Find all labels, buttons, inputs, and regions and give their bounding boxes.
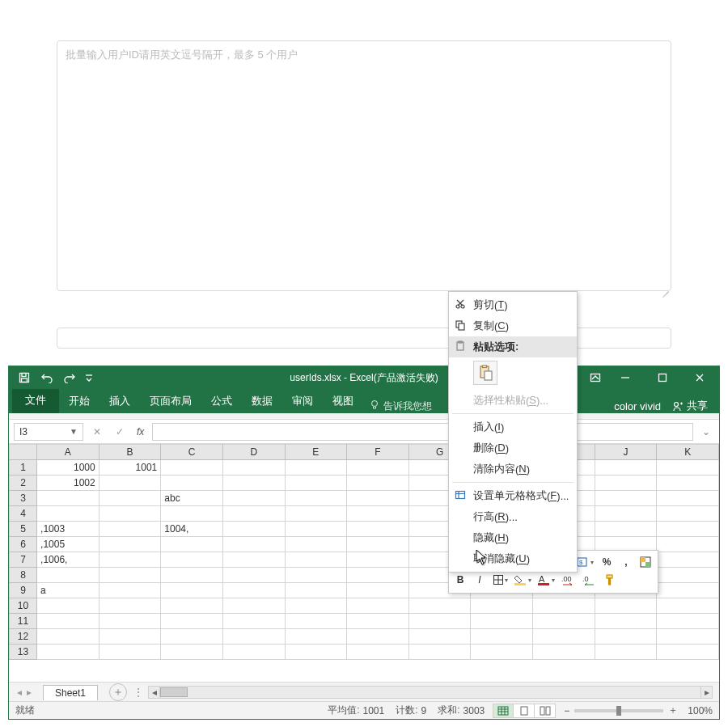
cell-J5[interactable] [595, 522, 657, 537]
cell-E6[interactable] [285, 537, 347, 552]
expand-formula-bar-button[interactable]: ⌄ [698, 426, 714, 437]
tab-insert[interactable]: 插入 [99, 388, 140, 413]
sheet-tab-sheet1[interactable]: Sheet1 [43, 685, 98, 700]
cell-E3[interactable] [285, 491, 347, 506]
select-all-corner[interactable] [10, 445, 37, 460]
cell-D12[interactable] [222, 629, 285, 645]
row-header-3[interactable]: 3 [10, 491, 37, 506]
row-header-2[interactable]: 2 [10, 476, 37, 491]
col-header-J[interactable]: J [595, 445, 657, 460]
row-header-10[interactable]: 10 [10, 598, 37, 614]
cell-E9[interactable] [285, 583, 347, 598]
share-button[interactable]: 共享 [672, 399, 708, 413]
cell-A6[interactable]: ,1005 [37, 537, 99, 552]
col-header-B[interactable]: B [99, 445, 161, 460]
cell-J2[interactable] [595, 476, 657, 491]
row-header-7[interactable]: 7 [10, 552, 37, 568]
ctx-format-cells[interactable]: 设置单元格格式(F)... [449, 485, 577, 506]
zoom-percent[interactable]: 100% [688, 705, 713, 716]
row-header-11[interactable]: 11 [10, 614, 37, 629]
cell-K3[interactable] [657, 491, 719, 506]
mini-decrease-decimal[interactable]: .00 [560, 572, 578, 588]
cell-F8[interactable] [347, 568, 409, 583]
cell-A5[interactable]: ,1003 [37, 522, 99, 537]
enter-formula-button[interactable]: ✓ [111, 423, 129, 441]
ctx-cut[interactable]: 剪切(T) [449, 294, 577, 315]
cell-D9[interactable] [222, 583, 285, 598]
cell-H13[interactable] [471, 645, 533, 660]
undo-button[interactable] [38, 369, 56, 387]
hscroll-right-button[interactable]: ▸ [700, 687, 712, 698]
cell-C3[interactable]: abc [161, 491, 223, 506]
cell-B12[interactable] [99, 629, 161, 645]
cell-G11[interactable] [408, 614, 471, 629]
cell-F11[interactable] [347, 614, 409, 629]
secondary-input[interactable] [57, 328, 671, 349]
cell-F2[interactable] [347, 476, 409, 491]
cell-H10[interactable] [471, 598, 533, 614]
user-ids-textarea[interactable] [57, 40, 671, 291]
tab-review[interactable]: 审阅 [282, 388, 323, 413]
cell-K8[interactable] [657, 568, 719, 583]
ctx-delete[interactable]: 删除(D) [449, 437, 577, 459]
cell-G12[interactable] [408, 629, 471, 645]
formula-input[interactable] [152, 423, 693, 441]
cell-C11[interactable] [161, 614, 223, 629]
view-page-break-button[interactable] [535, 704, 556, 718]
ctx-copy[interactable]: 复制(C) [449, 315, 577, 336]
row-header-9[interactable]: 9 [10, 583, 37, 598]
tell-me-search[interactable]: 告诉我您想 [370, 399, 432, 413]
row-header-5[interactable]: 5 [10, 522, 37, 537]
view-normal-button[interactable] [493, 704, 514, 718]
cell-B8[interactable] [99, 568, 161, 583]
ribbon-display-options-button[interactable] [586, 369, 604, 387]
cell-K4[interactable] [657, 506, 719, 522]
cell-B7[interactable] [99, 552, 161, 568]
cell-A11[interactable] [37, 614, 99, 629]
zoom-in-button[interactable]: ＋ [668, 704, 678, 717]
mini-format-painter[interactable] [602, 572, 618, 588]
mini-fill-color[interactable]: ▾ [513, 572, 533, 588]
tab-file[interactable]: 文件 [12, 387, 59, 413]
cell-D1[interactable] [222, 460, 285, 476]
cell-E5[interactable] [285, 522, 347, 537]
cell-A8[interactable] [37, 568, 99, 583]
cell-G10[interactable] [408, 598, 471, 614]
row-header-1[interactable]: 1 [10, 460, 37, 476]
row-header-12[interactable]: 12 [10, 629, 37, 645]
cell-C6[interactable] [161, 537, 223, 552]
cell-K6[interactable] [657, 537, 719, 552]
tab-page-layout[interactable]: 页面布局 [140, 388, 201, 413]
qat-customize-button[interactable] [83, 369, 95, 387]
cell-A4[interactable] [37, 506, 99, 522]
cell-D6[interactable] [222, 537, 285, 552]
cell-D11[interactable] [222, 614, 285, 629]
tab-home[interactable]: 开始 [59, 388, 99, 413]
row-header-6[interactable]: 6 [10, 537, 37, 552]
close-button[interactable] [684, 366, 716, 389]
add-sheet-button[interactable]: ＋ [109, 683, 127, 701]
cell-A2[interactable]: 1002 [37, 476, 99, 491]
cell-I10[interactable] [533, 598, 595, 614]
cell-E11[interactable] [285, 614, 347, 629]
cell-B9[interactable] [99, 583, 161, 598]
cell-C8[interactable] [161, 568, 223, 583]
cell-C4[interactable] [161, 506, 223, 522]
ctx-hide[interactable]: 隐藏(H) [449, 527, 577, 548]
col-header-D[interactable]: D [222, 445, 285, 460]
cell-F7[interactable] [347, 552, 409, 568]
cell-C5[interactable]: 1004, [161, 522, 223, 537]
cell-K9[interactable] [657, 583, 719, 598]
cell-E13[interactable] [285, 645, 347, 660]
cell-F9[interactable] [347, 583, 409, 598]
cell-K11[interactable] [657, 614, 719, 629]
ctx-unhide[interactable]: 取消隐藏(U) [449, 548, 577, 569]
cell-F10[interactable] [347, 598, 409, 614]
mini-font-color[interactable]: A▾ [536, 572, 557, 588]
cell-B11[interactable] [99, 614, 161, 629]
cell-I12[interactable] [533, 629, 595, 645]
cell-J3[interactable] [595, 491, 657, 506]
fx-label[interactable]: fx [133, 426, 147, 437]
cell-J10[interactable] [595, 598, 657, 614]
cell-D13[interactable] [222, 645, 285, 660]
